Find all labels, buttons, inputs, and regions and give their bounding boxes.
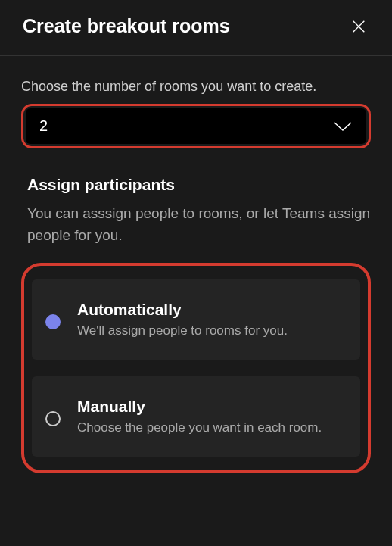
rooms-count-value: 2	[39, 117, 48, 135]
assign-section-title: Assign participants	[21, 176, 371, 194]
highlight-rooms-dropdown: 2	[21, 104, 371, 148]
option-text: Automatically We'll assign people to roo…	[77, 301, 345, 339]
close-icon	[350, 18, 367, 35]
chevron-down-icon	[333, 121, 353, 132]
option-description: We'll assign people to rooms for you.	[77, 323, 345, 339]
rooms-count-label: Choose the number of rooms you want to c…	[21, 79, 371, 95]
option-text: Manually Choose the people you want in e…	[77, 398, 345, 435]
option-description: Choose the people you want in each room.	[77, 420, 345, 435]
option-automatically[interactable]: Automatically We'll assign people to roo…	[32, 279, 360, 360]
option-title: Automatically	[77, 301, 345, 319]
option-title: Manually	[77, 398, 345, 416]
highlight-assign-options: Automatically We'll assign people to roo…	[21, 263, 371, 473]
dialog-title: Create breakout rooms	[23, 15, 230, 37]
radio-selected-icon	[45, 314, 61, 329]
radio-unselected-icon	[45, 411, 61, 426]
option-manually[interactable]: Manually Choose the people you want in e…	[32, 376, 360, 457]
rooms-count-dropdown[interactable]: 2	[26, 108, 366, 144]
close-button[interactable]	[348, 16, 369, 37]
dialog-content: Choose the number of rooms you want to c…	[0, 56, 392, 473]
assign-section-description: You can asssign people to rooms, or let …	[21, 203, 371, 246]
dialog-header: Create breakout rooms	[0, 0, 392, 56]
